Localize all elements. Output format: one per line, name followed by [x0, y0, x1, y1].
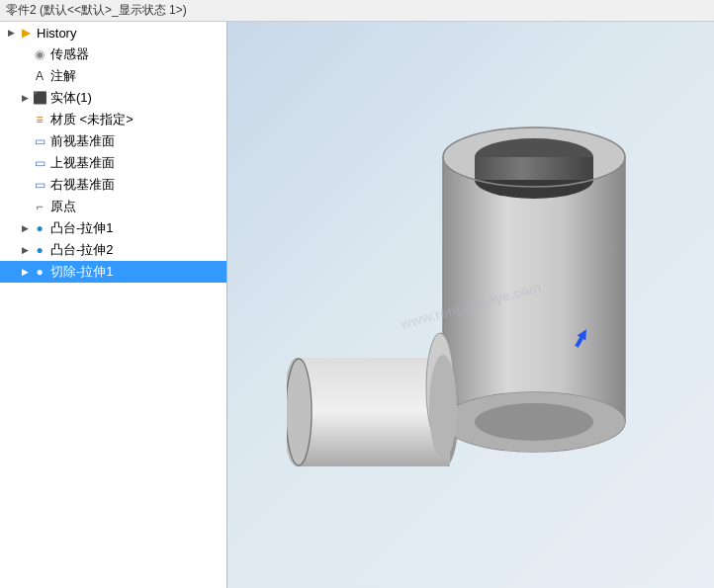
tree-item-cut1[interactable]: ▶●切除-拉伸1 — [0, 261, 226, 283]
svg-point-16 — [429, 355, 457, 460]
tree-item-label: 右视基准面 — [50, 176, 115, 194]
boss-icon: ● — [32, 242, 47, 258]
tree-item-label: 传感器 — [50, 45, 89, 63]
svg-rect-8 — [475, 157, 593, 180]
tree-expand-arrow[interactable] — [18, 47, 32, 61]
tree-item-sensors[interactable]: ◉传感器 — [0, 43, 226, 65]
main-container: ▶▶History◉传感器A注解▶⬛实体(1)≡材质 <未指定>▭前视基准面▭上… — [0, 22, 714, 588]
material-icon: ≡ — [32, 112, 47, 127]
boss-icon: ● — [32, 220, 47, 236]
tree-item-label: History — [37, 26, 76, 41]
tree-expand-arrow[interactable] — [18, 178, 32, 192]
tree-item-label: 注解 — [50, 67, 76, 85]
note-icon: A — [32, 68, 47, 84]
tree-expand-arrow[interactable]: ▶ — [18, 243, 32, 257]
svg-point-14 — [475, 403, 593, 441]
tree-item-label: 实体(1) — [50, 89, 92, 107]
title-bar: 零件2 (默认<<默认>_显示状态 1>) — [0, 0, 714, 22]
tree-expand-arrow[interactable]: ▶ — [4, 26, 18, 40]
3d-model-svg — [287, 42, 712, 536]
sensor-icon: ◉ — [32, 46, 47, 62]
plane-icon: ▭ — [32, 177, 47, 193]
tree-item-label: 前视基准面 — [50, 132, 115, 150]
tree-expand-arrow[interactable] — [18, 134, 32, 148]
tree-expand-arrow[interactable]: ▶ — [18, 265, 32, 279]
tree-item-boss1[interactable]: ▶●凸台-拉伸1 — [0, 217, 226, 239]
tree-expand-arrow[interactable] — [18, 69, 32, 83]
plane-icon: ▭ — [32, 133, 47, 149]
tree-item-label: 凸台-拉伸2 — [50, 241, 114, 259]
history-icon: ▶ — [18, 25, 34, 41]
tree-expand-arrow[interactable] — [18, 200, 32, 213]
tree-expand-arrow[interactable]: ▶ — [18, 221, 32, 235]
tree-item-origin[interactable]: ⌐原点 — [0, 196, 226, 217]
tree-item-label: 材质 <未指定> — [50, 111, 134, 128]
solid-icon: ⬛ — [32, 90, 47, 106]
3d-viewport[interactable]: www.renjiasuoye.com — [227, 22, 714, 588]
tree-item-right-plane[interactable]: ▭右视基准面 — [0, 174, 226, 196]
tree-expand-arrow[interactable] — [18, 113, 32, 126]
tree-expand-arrow[interactable] — [18, 156, 32, 170]
tree-item-boss2[interactable]: ▶●凸台-拉伸2 — [0, 239, 226, 261]
tree-item-label: 上视基准面 — [50, 154, 115, 172]
origin-icon: ⌐ — [32, 199, 47, 214]
tree-item-label: 凸台-拉伸1 — [50, 219, 114, 237]
tree-item-solid[interactable]: ▶⬛实体(1) — [0, 87, 226, 109]
plane-icon: ▭ — [32, 155, 47, 171]
tree-item-front-plane[interactable]: ▭前视基准面 — [0, 130, 226, 152]
tree-item-material[interactable]: ≡材质 <未指定> — [0, 109, 226, 130]
cut-icon: ● — [32, 264, 47, 280]
tree-item-label: 切除-拉伸1 — [50, 263, 114, 281]
tree-expand-arrow[interactable]: ▶ — [18, 91, 32, 105]
tree-item-notes[interactable]: A注解 — [0, 65, 226, 87]
tree-item-history[interactable]: ▶▶History — [0, 22, 226, 43]
tree-item-top-plane[interactable]: ▭上视基准面 — [0, 152, 226, 174]
tree-item-label: 原点 — [50, 198, 76, 215]
title-text: 零件2 (默认<<默认>_显示状态 1>) — [6, 2, 187, 19]
feature-tree-sidebar[interactable]: ▶▶History◉传感器A注解▶⬛实体(1)≡材质 <未指定>▭前视基准面▭上… — [0, 22, 227, 588]
